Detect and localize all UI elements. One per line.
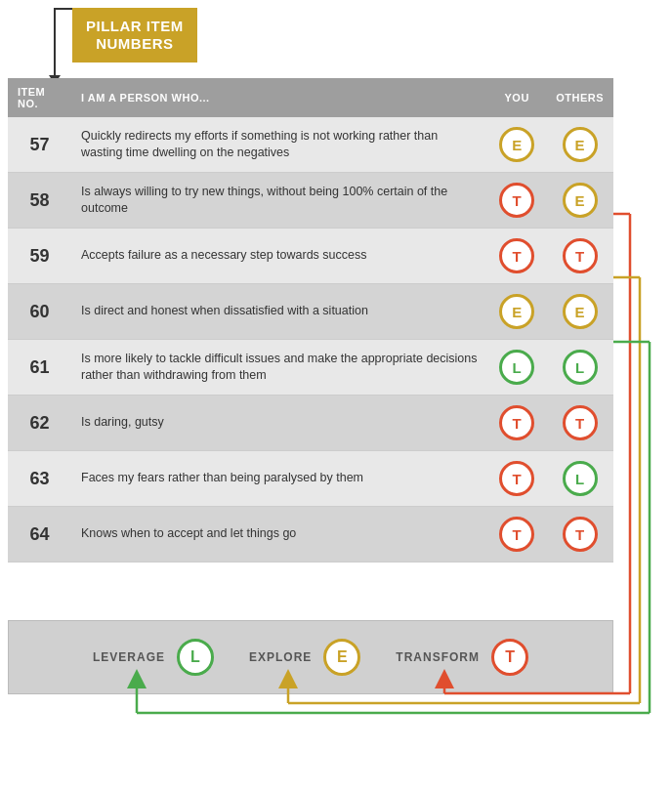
you-badge-cell: T <box>487 173 546 229</box>
legend-label-transform: TRANSFORM <box>396 650 480 664</box>
you-badge-cell: T <box>487 229 546 284</box>
item-description: Is more likely to tackle difficult issue… <box>71 340 487 396</box>
table-row: 58Is always willing to try new things, w… <box>8 173 613 229</box>
item-description: Is direct and honest when dissatisfied w… <box>71 284 487 340</box>
badge-others-E: E <box>563 127 598 162</box>
badge-others-L: L <box>563 350 598 385</box>
legend-wrapper: LEVERAGELEXPLOREETRANSFORMT <box>8 620 613 694</box>
col-header-you: YOU <box>487 78 546 117</box>
others-badge-cell: E <box>546 284 613 340</box>
table-row: 64Knows when to accept and let things go… <box>8 507 613 563</box>
legend-badge-L: L <box>177 639 214 676</box>
header-arrow-vertical <box>54 8 56 76</box>
legend-badge-T: T <box>491 639 528 676</box>
badge-you-T: T <box>499 461 534 496</box>
you-badge-cell: E <box>487 117 546 173</box>
item-number: 59 <box>8 229 71 284</box>
you-badge-cell: T <box>487 507 546 563</box>
others-badge-cell: E <box>546 117 613 173</box>
main-table-wrapper: ITEM NO. I AM A PERSON WHO... YOU OTHERS… <box>8 78 613 563</box>
badge-others-T: T <box>563 405 598 440</box>
item-description: Knows when to accept and let things go <box>71 507 487 563</box>
table-row: 60Is direct and honest when dissatisfied… <box>8 284 613 340</box>
col-header-others: OTHERS <box>546 78 613 117</box>
item-number: 62 <box>8 396 71 451</box>
others-badge-cell: T <box>546 507 613 563</box>
legend-badge-E: E <box>323 639 360 676</box>
item-number: 61 <box>8 340 71 396</box>
others-badge-cell: T <box>546 229 613 284</box>
you-badge-cell: L <box>487 340 546 396</box>
table-row: 59Accepts failure as a necessary step to… <box>8 229 613 284</box>
others-badge-cell: T <box>546 396 613 451</box>
item-number: 63 <box>8 451 71 507</box>
item-description: Is daring, gutsy <box>71 396 487 451</box>
table-row: 62Is daring, gutsyTT <box>8 396 613 451</box>
header-title-line1: PILLAR ITEM <box>86 18 184 34</box>
badge-you-T: T <box>499 183 534 218</box>
badge-others-T: T <box>563 517 598 552</box>
item-number: 58 <box>8 173 71 229</box>
you-badge-cell: T <box>487 396 546 451</box>
table-row: 63Faces my fears rather than being paral… <box>8 451 613 507</box>
badge-you-E: E <box>499 127 534 162</box>
table-row: 61Is more likely to tackle difficult iss… <box>8 340 613 396</box>
item-number: 57 <box>8 117 71 173</box>
legend-label-leverage: LEVERAGE <box>93 650 165 664</box>
badge-others-E: E <box>563 294 598 329</box>
badge-others-E: E <box>563 183 598 218</box>
you-badge-cell: T <box>487 451 546 507</box>
you-badge-cell: E <box>487 284 546 340</box>
col-header-item: ITEM NO. <box>8 78 71 117</box>
col-header-description: I AM A PERSON WHO... <box>71 78 487 117</box>
badge-you-T: T <box>499 517 534 552</box>
table-row: 57Quickly redirects my efforts if someth… <box>8 117 613 173</box>
pillar-header: PILLAR ITEM NUMBERS <box>72 8 197 63</box>
item-number: 64 <box>8 507 71 563</box>
badge-others-L: L <box>563 461 598 496</box>
item-description: Is always willing to try new things, wit… <box>71 173 487 229</box>
item-description: Accepts failure as a necessary step towa… <box>71 229 487 284</box>
item-description: Faces my fears rather than being paralys… <box>71 451 487 507</box>
item-number: 60 <box>8 284 71 340</box>
legend-label-explore: EXPLORE <box>249 650 312 664</box>
others-badge-cell: E <box>546 173 613 229</box>
badge-you-T: T <box>499 238 534 273</box>
items-table: ITEM NO. I AM A PERSON WHO... YOU OTHERS… <box>8 78 613 563</box>
others-badge-cell: L <box>546 451 613 507</box>
badge-you-T: T <box>499 405 534 440</box>
badge-you-L: L <box>499 350 534 385</box>
others-badge-cell: L <box>546 340 613 396</box>
header-title-line2: NUMBERS <box>96 35 173 52</box>
item-description: Quickly redirects my efforts if somethin… <box>71 117 487 173</box>
badge-others-T: T <box>563 238 598 273</box>
badge-you-E: E <box>499 294 534 329</box>
